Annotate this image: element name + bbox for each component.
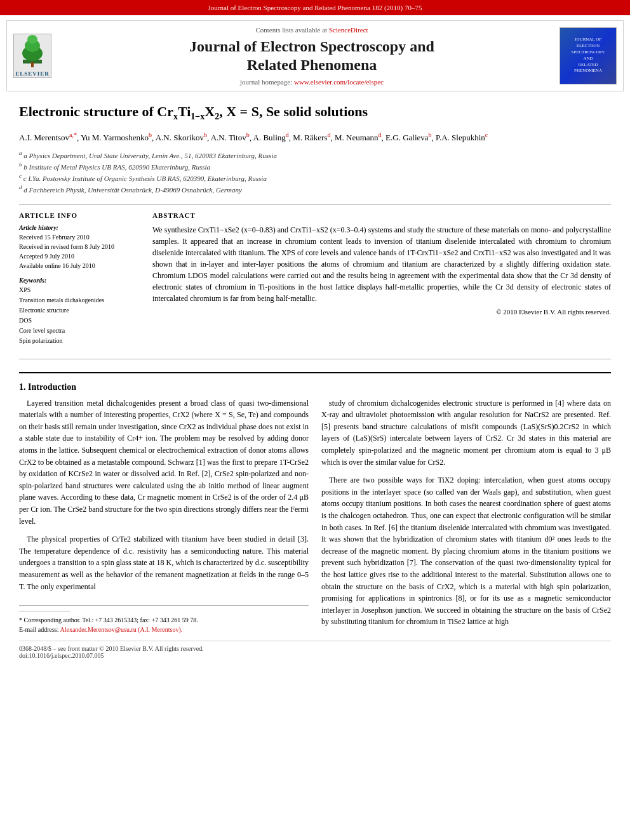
journal-homepage: journal homepage: www.elsevier.com/locat… xyxy=(64,78,560,86)
article-title: Electronic structure of CrxTi1−xX2, X = … xyxy=(19,103,611,123)
email-label: E-mail address: xyxy=(19,626,58,633)
revised-date: Received in revised form 8 July 2010 xyxy=(19,242,140,251)
keyword-spin: Spin polarization xyxy=(19,336,140,346)
body-left-col: Layered transition metal dichalcogenides… xyxy=(19,397,309,635)
journal-header: ELSEVIER Contents lists available at Sci… xyxy=(6,20,624,91)
article-history: Article history: Received 15 February 20… xyxy=(19,224,140,270)
keyword-dos: DOS xyxy=(19,316,140,326)
journal-thumb-text: JOURNAL OFELECTRONSPECTROSCOPYANDRELATED… xyxy=(571,37,605,74)
article-info-heading: ARTICLE INFO xyxy=(19,211,140,219)
section1-heading: 1. Introduction xyxy=(19,382,611,392)
keywords-label: Keywords: xyxy=(19,277,140,284)
body-section: 1. Introduction Layered transition metal… xyxy=(19,372,611,663)
svg-point-3 xyxy=(27,35,37,44)
article-info-panel: ARTICLE INFO Article history: Received 1… xyxy=(19,211,140,352)
contents-line: Contents lists available at ScienceDirec… xyxy=(64,26,560,34)
history-label: Article history: xyxy=(19,224,140,231)
issn-line: 0368-2048/$ – see front matter © 2010 El… xyxy=(19,645,611,652)
authors: A.I. Merentsova,*, Yu M. Yarmoshenkob, A… xyxy=(19,130,611,144)
body-right-p1: study of chromium dichalcogenides electr… xyxy=(321,397,611,469)
svg-rect-4 xyxy=(31,62,34,67)
journal-header-center: Contents lists available at ScienceDirec… xyxy=(64,26,560,86)
body-two-col: Layered transition metal dichalcogenides… xyxy=(19,397,611,635)
main-content: Electronic structure of CrxTi1−xX2, X = … xyxy=(0,97,630,676)
abstract-text: We synthesize CrxTi1−xSe2 (x=0–0.83) and… xyxy=(152,224,611,304)
elsevier-logo-box: ELSEVIER xyxy=(13,34,51,78)
body-right-p2: There are two possible ways for TiX2 dop… xyxy=(321,474,611,628)
keyword-electronic: Electronic structure xyxy=(19,305,140,316)
keywords-list: XPS Transition metals dichakogenides Ele… xyxy=(19,285,140,346)
article-info-abstract-row: ARTICLE INFO Article history: Received 1… xyxy=(19,211,611,352)
keyword-tmdc: Transition metals dichakogenides xyxy=(19,295,140,305)
divider-1 xyxy=(19,204,611,205)
journal-ref-link[interactable]: Journal of Electron Spectroscopy and Rel… xyxy=(208,4,422,11)
abstract-heading: ABSTRACT xyxy=(152,211,611,219)
affiliations: a a Physics Department, Ural State Unive… xyxy=(19,149,611,196)
homepage-link[interactable]: www.elsevier.com/locate/elspec xyxy=(294,78,384,86)
keyword-core: Core level spectra xyxy=(19,326,140,336)
footnote-star: * Corresponding author. Tel.: +7 343 261… xyxy=(19,615,309,625)
body-left-p2: The physical properties of CrTe2 stabili… xyxy=(19,533,309,592)
top-bar: Journal of Electron Spectroscopy and Rel… xyxy=(0,0,630,15)
journal-title: Journal of Electron Spectroscopy and Rel… xyxy=(64,37,560,74)
doi-line: doi:10.1016/j.elspec.2010.07.005 xyxy=(19,652,611,659)
body-left-p1: Layered transition metal dichalcogenides… xyxy=(19,397,309,528)
email-link[interactable]: Alexander.Merentsov@usu.ru (A.I. Merents… xyxy=(60,626,182,633)
bottom-bar: 0368-2048/$ – see front matter © 2010 El… xyxy=(19,641,611,663)
footnote-email: E-mail address: Alexander.Merentsov@usu.… xyxy=(19,625,309,634)
copyright: © 2010 Elsevier B.V. All rights reserved… xyxy=(152,308,611,316)
keywords-section: Keywords: XPS Transition metals dichakog… xyxy=(19,277,140,346)
journal-thumbnail: JOURNAL OFELECTRONSPECTROSCOPYANDRELATED… xyxy=(560,27,617,84)
elsevier-tree-icon xyxy=(17,34,48,69)
online-date: Available online 16 July 2010 xyxy=(19,261,140,270)
divider-2 xyxy=(19,359,611,359)
elsevier-wordmark: ELSEVIER xyxy=(15,70,50,77)
science-direct-link[interactable]: ScienceDirect xyxy=(329,26,368,34)
elsevier-logo-area: ELSEVIER xyxy=(13,34,64,78)
abstract-panel: ABSTRACT We synthesize CrxTi1−xSe2 (x=0–… xyxy=(152,211,611,352)
footnote-area: * Corresponding author. Tel.: +7 343 261… xyxy=(19,605,309,634)
footnote-bar xyxy=(19,611,70,611)
keyword-xps: XPS xyxy=(19,285,140,295)
accepted-date: Accepted 9 July 2010 xyxy=(19,251,140,261)
received-date: Received 15 February 2010 xyxy=(19,232,140,242)
body-right-col: study of chromium dichalcogenides electr… xyxy=(321,397,611,635)
